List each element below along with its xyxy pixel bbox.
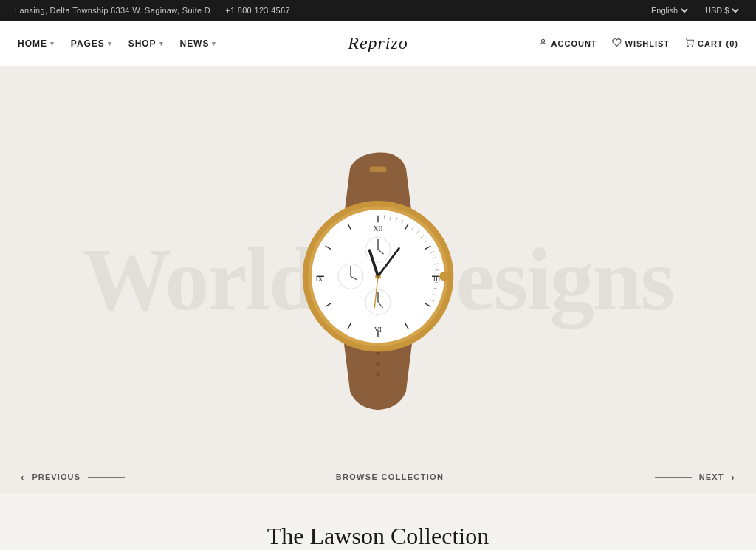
address: Lansing, Delta Township 6334 W. Saginaw,… (15, 6, 210, 15)
svg-point-4 (376, 362, 380, 366)
chevron-right-icon: › (732, 472, 735, 483)
hero-section: World's Designs (0, 66, 756, 493)
nav-right: ACCOUNT WISHLIST CART (0) (538, 38, 738, 49)
nav-pages[interactable]: PAGES ▾ (71, 38, 112, 49)
chevron-down-icon: ▾ (212, 40, 216, 47)
svg-rect-6 (370, 167, 387, 173)
navbar: HOME ▾ PAGES ▾ SHOP ▾ NEWS ▾ Reprizo ACC… (0, 21, 756, 66)
top-bar-left: Lansing, Delta Township 6334 W. Saginaw,… (15, 6, 290, 15)
chevron-down-icon: ▾ (108, 40, 112, 47)
svg-text:IX: IX (315, 275, 323, 283)
svg-text:III: III (433, 275, 440, 283)
currency-select[interactable]: USD $ EUR € (702, 5, 741, 16)
top-bar: Lansing, Delta Township 6334 W. Saginaw,… (0, 0, 756, 21)
svg-text:VI: VI (374, 326, 382, 334)
svg-rect-56 (439, 272, 449, 281)
language-select[interactable]: English French (648, 5, 690, 16)
svg-point-2 (692, 45, 693, 46)
chevron-down-icon: ▾ (50, 40, 55, 47)
account-link[interactable]: ACCOUNT (538, 38, 597, 49)
chevron-left-icon: ‹ (21, 472, 24, 483)
nav-news[interactable]: NEWS ▾ (180, 38, 217, 49)
next-line (655, 477, 692, 478)
nav-home[interactable]: HOME ▾ (18, 38, 55, 49)
chevron-down-icon: ▾ (159, 40, 164, 47)
top-bar-right: English French USD $ EUR € (648, 5, 741, 16)
phone: +1 800 123 4567 (225, 6, 290, 15)
svg-point-1 (687, 45, 688, 46)
heart-icon (612, 38, 622, 49)
prev-line (88, 477, 125, 478)
svg-text:XII: XII (373, 225, 382, 233)
nav-shop[interactable]: SHOP ▾ (128, 38, 164, 49)
next-button[interactable]: NEXT › (655, 472, 735, 483)
user-icon (538, 38, 548, 49)
prev-button[interactable]: ‹ PREVIOUS (21, 472, 125, 483)
browse-collection-label[interactable]: BROWSE COLLECTION (336, 472, 444, 481)
nav-left: HOME ▾ PAGES ▾ SHOP ▾ NEWS ▾ (18, 38, 216, 49)
hero-bottom-nav: ‹ PREVIOUS BROWSE COLLECTION NEXT › (0, 461, 756, 493)
cart-link[interactable]: CART (0) (684, 38, 738, 49)
hero-watch-image: XII III VI IX (260, 147, 496, 413)
site-logo[interactable]: Reprizo (348, 33, 408, 53)
wishlist-link[interactable]: WISHLIST (612, 38, 670, 49)
cart-icon (684, 38, 694, 49)
collection-title: The Lawson Collection (0, 493, 756, 550)
svg-point-5 (376, 372, 380, 377)
svg-point-0 (541, 39, 544, 42)
